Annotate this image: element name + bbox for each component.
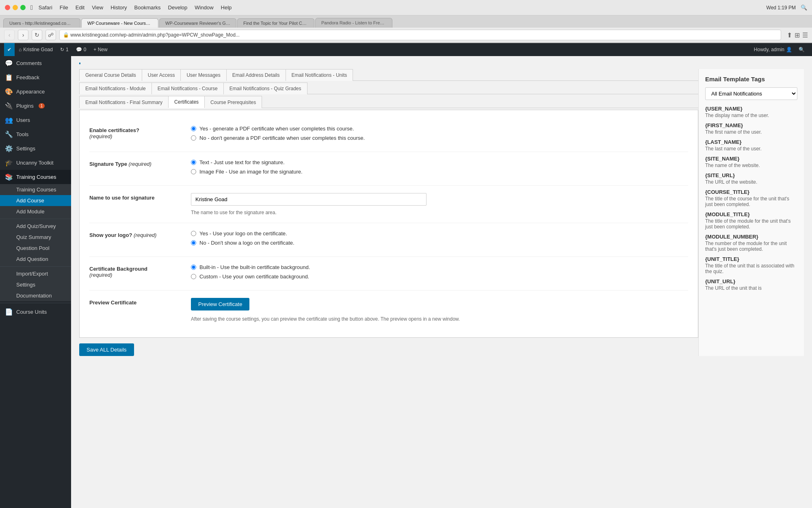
maximize-button[interactable] [20, 5, 26, 10]
wp-logo[interactable]: ✔ [4, 43, 15, 56]
sidebar-sub-quiz-summary[interactable]: Quiz Summary [0, 232, 71, 243]
menu-history[interactable]: History [110, 4, 127, 11]
wp-layout: 💬 Comments 📋 Feedback 🎨 Appearance 🔌 Plu… [0, 56, 812, 508]
signature-type-field: Text - Just use text for the signature. … [191, 159, 688, 178]
menu-file[interactable]: File [60, 4, 68, 11]
menu-edit[interactable]: Edit [76, 4, 84, 11]
tag-first-name: {FIRST_NAME} The first name of the user. [705, 122, 797, 135]
tag-last-name-text: {LAST_NAME} [705, 139, 797, 145]
tab-course-prereqs[interactable]: Course Prerequisites [204, 96, 262, 108]
sidebar-item-appearance[interactable]: 🎨 Appearance [0, 85, 71, 99]
tab-email-notif-course[interactable]: Email Notifications - Course [152, 82, 224, 94]
sidebar-sub-settings[interactable]: Settings [0, 279, 71, 290]
sidebar-item-training[interactable]: 📚 Training Courses [0, 170, 71, 184]
logo-yes-radio[interactable] [191, 231, 196, 236]
menu-window[interactable]: Window [195, 4, 213, 11]
minimize-button[interactable] [13, 5, 18, 10]
content-area: General Course Details User Access User … [71, 56, 812, 508]
menu-bookmarks[interactable]: Bookmarks [134, 4, 161, 11]
browser-tab-2[interactable]: WP-Courseware Reviewer's Guide - G... [159, 18, 236, 28]
bg-builtin-radio[interactable] [191, 265, 196, 270]
tag-module-number: {MODULE_NUMBER} The number of the module… [705, 234, 797, 252]
apple-menu[interactable]:  [30, 4, 33, 11]
sig-name-desc: The name to use for the signature area. [191, 210, 688, 215]
enable-certs-no-radio[interactable] [191, 135, 196, 141]
preview-certificate-button[interactable]: Preview Certificate [191, 298, 249, 310]
signature-type-required: (required) [129, 161, 152, 167]
form-row-enable-certs: Enable certificates? (required) Yes - ge… [89, 118, 688, 152]
sidebar-sub-add-module[interactable]: Add Module [0, 206, 71, 217]
form-row-sig-name: Name to use for signature The name to us… [89, 186, 688, 223]
share-icon[interactable]: ⬆ [787, 31, 792, 39]
close-button[interactable] [5, 5, 10, 10]
sidebar-sub-import-export[interactable]: Import/Export [0, 268, 71, 279]
user-avatar: 👤 [786, 47, 792, 52]
tabs-row-2-inner: Email Notifications - Module Email Notif… [79, 82, 698, 94]
sidebar-item-users[interactable]: 👥 Users [0, 113, 71, 127]
comments-icon: 💬 [5, 59, 13, 67]
tabs-row-1: General Course Details User Access User … [79, 69, 698, 81]
wp-search[interactable]: 🔍 [795, 43, 808, 56]
sidebar-sub-add-quiz[interactable]: Add Quiz/Survey [0, 221, 71, 232]
mac-window-controls[interactable] [5, 5, 26, 10]
sidebar-item-comments[interactable]: 💬 Comments [0, 56, 71, 70]
menu-develop[interactable]: Develop [168, 4, 188, 11]
sig-text-radio[interactable] [191, 160, 196, 165]
sidebar-sub-add-course[interactable]: Add Course [0, 195, 71, 206]
tab-certificates[interactable]: Certificates [168, 96, 205, 108]
tab-email-notif-units[interactable]: Email Notifications - Units [286, 69, 353, 81]
save-all-button[interactable]: Save ALL Details [79, 343, 134, 356]
menu-help[interactable]: Help [221, 4, 232, 11]
wp-bar-right: Howdy, admin 👤 🔍 [751, 43, 808, 56]
sidebar-item-settings[interactable]: ⚙️ Settings [0, 141, 71, 156]
browser-tab-0[interactable]: Users - http://kristinegoad.com/ - Word.… [3, 18, 80, 28]
sidebar-item-tools[interactable]: 🔧 Tools [0, 127, 71, 141]
enable-certs-yes-option: Yes - generate a PDF certificate when us… [191, 126, 688, 132]
sidebar-toggle-icon[interactable]: ☰ [802, 31, 808, 39]
tag-unit-title-text: {UNIT_TITLE} [705, 256, 797, 262]
enable-certs-yes-radio[interactable] [191, 126, 196, 131]
email-notifications-dropdown[interactable]: All Email Notifications [705, 87, 797, 100]
sidebar-sub-training-courses[interactable]: Training Courses [0, 184, 71, 195]
tab-user-messages[interactable]: User Messages [180, 69, 226, 81]
sig-image-radio[interactable] [191, 169, 196, 174]
tab-general[interactable]: General Course Details [79, 69, 142, 81]
wp-new[interactable]: + New [90, 43, 110, 56]
tab-email-notif-quiz[interactable]: Email Notifications - Quiz Grades [223, 82, 307, 94]
url-bar[interactable]: 🔒 www.kristinegoad.com/wp-admin/admin.ph… [59, 30, 781, 40]
back-button[interactable]: ‹ [4, 30, 15, 40]
sidebar-sub-add-question[interactable]: Add Question [0, 254, 71, 265]
wp-site-name[interactable]: ⌂ Kristine Goad [15, 43, 56, 56]
browser-tab-3[interactable]: Find the Topic for Your Pilot Course -..… [237, 18, 314, 28]
sidebar-sub-documentation[interactable]: Documentation [0, 290, 71, 301]
menu-view[interactable]: View [92, 4, 103, 11]
updates-count: 1 [66, 47, 69, 52]
reload-button[interactable]: ↻ [32, 30, 42, 40]
tab-email-notif-final[interactable]: Email Notifications - Final Summary [79, 96, 169, 108]
forward-button[interactable]: › [18, 30, 28, 40]
wp-howdy[interactable]: Howdy, admin 👤 [751, 43, 795, 56]
sidebar-sub-question-pool[interactable]: Question Pool [0, 243, 71, 254]
sidebar-item-plugins[interactable]: 🔌 Plugins 1 [0, 99, 71, 113]
preview-cert-field: Preview Certificate After saving the cou… [191, 298, 688, 322]
sidebar-divider-2 [0, 266, 71, 267]
reader-button[interactable]: ☍ [45, 30, 56, 40]
sidebar-item-course-units[interactable]: 📄 Course Units [0, 305, 71, 319]
bg-custom-option: Custom - Use your own certificate backgr… [191, 274, 688, 280]
sidebar-item-uncanny[interactable]: 🎓 Uncanny Toolkit [0, 156, 71, 170]
tab-email-notif-module[interactable]: Email Notifications - Module [79, 82, 152, 94]
settings-icon: ⚙️ [5, 145, 13, 152]
bg-custom-radio[interactable] [191, 274, 196, 279]
show-logo-field: Yes - Use your logo on the certificate. … [191, 230, 688, 249]
wp-updates[interactable]: ↻ 1 [57, 43, 72, 56]
logo-no-radio[interactable] [191, 240, 196, 245]
tab-email-address[interactable]: Email Address Details [226, 69, 286, 81]
new-tab-icon[interactable]: ⊞ [795, 31, 800, 39]
wp-comments[interactable]: 💬 0 [73, 43, 90, 56]
menu-safari[interactable]: Safari [39, 4, 52, 11]
tab-user-access[interactable]: User Access [142, 69, 181, 81]
sig-name-input[interactable] [191, 193, 427, 206]
browser-tab-1[interactable]: WP Courseware - New Course ‹ Kristine... [81, 18, 158, 28]
browser-tab-4[interactable]: Pandora Radio - Listen to Free Inter... … [315, 18, 392, 28]
sidebar-item-feedback[interactable]: 📋 Feedback [0, 70, 71, 85]
